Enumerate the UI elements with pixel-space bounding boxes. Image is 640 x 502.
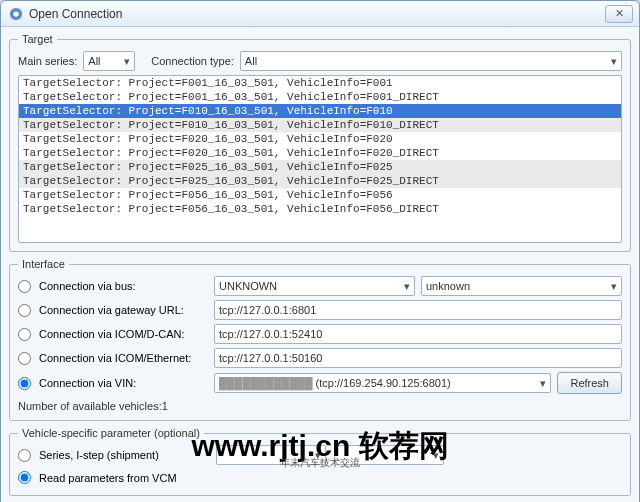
radio-series-label: Series, I-step (shipment)	[39, 449, 159, 461]
series-select-2[interactable]: ▾	[334, 445, 444, 465]
dialog-window: Open Connection ✕ Target Main series: Al…	[0, 0, 640, 502]
icom-dcan-input[interactable]	[214, 324, 622, 344]
main-series-value: All	[88, 55, 100, 67]
conn-type-label: Connection type:	[151, 55, 234, 67]
close-button[interactable]: ✕	[605, 5, 633, 23]
target-group: Target Main series: All ▾ Connection typ…	[9, 33, 631, 252]
chevron-down-icon: ▾	[433, 449, 439, 462]
titlebar: Open Connection ✕	[1, 1, 639, 27]
radio-icom-eth-label: Connection via ICOM/Ethernet:	[39, 352, 191, 364]
target-listbox[interactable]: TargetSelector: Project=F001_16_03_501, …	[18, 75, 622, 243]
radio-icom-dcan-label: Connection via ICOM/D-CAN:	[39, 328, 185, 340]
chevron-down-icon: ▾	[315, 449, 321, 462]
chevron-down-icon: ▾	[611, 55, 617, 68]
radio-series-input[interactable]	[18, 449, 31, 462]
target-list-row[interactable]: TargetSelector: Project=F056_16_03_501, …	[19, 202, 621, 216]
target-list-row[interactable]: TargetSelector: Project=F020_16_03_501, …	[19, 132, 621, 146]
target-list-row[interactable]: TargetSelector: Project=F001_16_03_501, …	[19, 76, 621, 90]
radio-bus-input[interactable]	[18, 280, 31, 293]
radio-series[interactable]: Series, I-step (shipment)	[18, 449, 208, 462]
radio-icom-dcan-input[interactable]	[18, 328, 31, 341]
radio-bus-label: Connection via bus:	[39, 280, 136, 292]
chevron-down-icon: ▾	[404, 280, 410, 293]
main-series-select[interactable]: All ▾	[83, 51, 135, 71]
target-list-row[interactable]: TargetSelector: Project=F025_16_03_501, …	[19, 174, 621, 188]
radio-vcm-label: Read parameters from VCM	[39, 472, 177, 484]
target-list-row[interactable]: TargetSelector: Project=F056_16_03_501, …	[19, 188, 621, 202]
target-list-row[interactable]: TargetSelector: Project=F010_16_03_501, …	[19, 104, 621, 118]
radio-vin[interactable]: Connection via VIN:	[18, 377, 214, 390]
chevron-down-icon: ▾	[540, 377, 546, 390]
vsp-legend: Vehicle-specific parameter (optional)	[18, 427, 204, 439]
vin-select-value: ████████████ (tcp://169.254.90.125:6801)	[219, 377, 451, 389]
radio-bus[interactable]: Connection via bus:	[18, 280, 214, 293]
bus-select-2[interactable]: unknown ▾	[421, 276, 622, 296]
radio-vcm-input[interactable]	[18, 471, 31, 484]
client-area: Target Main series: All ▾ Connection typ…	[1, 27, 639, 502]
radio-vin-input[interactable]	[18, 377, 31, 390]
radio-gateway-input[interactable]	[18, 304, 31, 317]
vin-select[interactable]: ████████████ (tcp://169.254.90.125:6801)…	[214, 373, 551, 393]
vsp-group: Vehicle-specific parameter (optional) Se…	[9, 427, 631, 496]
radio-gateway[interactable]: Connection via gateway URL:	[18, 304, 214, 317]
window-title: Open Connection	[29, 7, 605, 21]
chevron-down-icon: ▾	[124, 55, 130, 68]
radio-vin-label: Connection via VIN:	[39, 377, 136, 389]
vehicle-count-label: Number of available vehicles:1	[18, 400, 622, 412]
series-select-1[interactable]: ▾	[216, 445, 326, 465]
target-list-row[interactable]: TargetSelector: Project=F025_16_03_501, …	[19, 160, 621, 174]
radio-icom-dcan[interactable]: Connection via ICOM/D-CAN:	[18, 328, 214, 341]
svg-point-1	[13, 11, 18, 16]
gateway-url-input[interactable]	[214, 300, 622, 320]
refresh-button[interactable]: Refresh	[557, 372, 622, 394]
app-icon	[9, 7, 23, 21]
target-legend: Target	[18, 33, 57, 45]
close-icon: ✕	[615, 7, 624, 19]
interface-group: Interface Connection via bus: UNKNOWN ▾ …	[9, 258, 631, 421]
main-series-label: Main series:	[18, 55, 77, 67]
target-list-row[interactable]: TargetSelector: Project=F010_16_03_501, …	[19, 118, 621, 132]
bus-select-1-value: UNKNOWN	[219, 280, 277, 292]
radio-icom-eth[interactable]: Connection via ICOM/Ethernet:	[18, 352, 214, 365]
chevron-down-icon: ▾	[611, 280, 617, 293]
target-list-row[interactable]: TargetSelector: Project=F001_16_03_501, …	[19, 90, 621, 104]
bus-select-2-value: unknown	[426, 280, 470, 292]
radio-gateway-label: Connection via gateway URL:	[39, 304, 184, 316]
icom-eth-input[interactable]	[214, 348, 622, 368]
radio-icom-eth-input[interactable]	[18, 352, 31, 365]
bus-select-1[interactable]: UNKNOWN ▾	[214, 276, 415, 296]
radio-vcm[interactable]: Read parameters from VCM	[18, 471, 622, 484]
conn-type-value: All	[245, 55, 257, 67]
interface-legend: Interface	[18, 258, 69, 270]
target-list-row[interactable]: TargetSelector: Project=F020_16_03_501, …	[19, 146, 621, 160]
conn-type-select[interactable]: All ▾	[240, 51, 622, 71]
